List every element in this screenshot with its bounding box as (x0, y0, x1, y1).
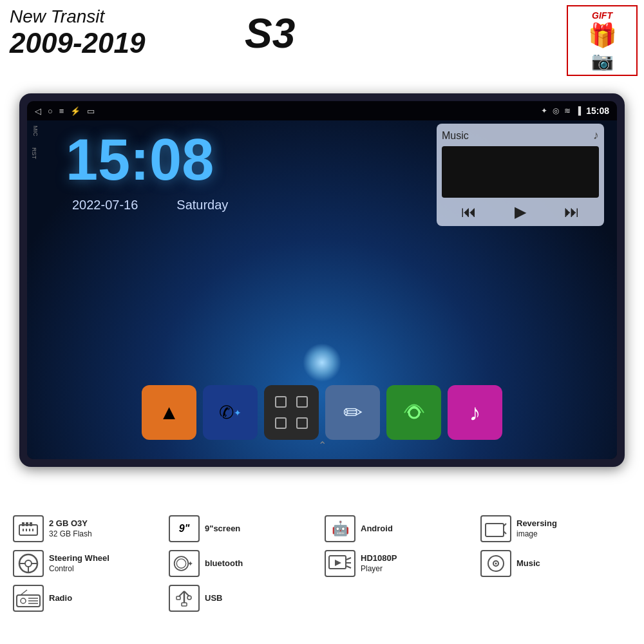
app-grid: ▲ ✆✦ ✏ ♪ (40, 385, 604, 440)
feature-steering: Steering Wheel Control (13, 550, 164, 577)
music-widget: Music ♪ ⏮ ▶ ⏭ (437, 124, 604, 226)
status-time: 15:08 (586, 106, 609, 116)
svg-rect-4 (30, 522, 32, 526)
svg-line-22 (346, 558, 351, 560)
svg-text:✦: ✦ (187, 560, 193, 567)
feature-reversing: Reversing image (480, 515, 631, 542)
feature-bluetooth: ✦ bluetooth (169, 550, 319, 577)
music-note-icon: ♪ (593, 129, 599, 142)
android-text: Android (361, 524, 393, 535)
music-album-art (442, 146, 599, 198)
feature-android: 🤖 Android (325, 515, 475, 542)
screen-size-icon: 9" (169, 515, 200, 542)
bluetooth-icon: ✦ (541, 106, 547, 115)
usb-icon: ⚡ (70, 106, 80, 116)
svg-rect-2 (22, 522, 24, 526)
svg-point-13 (25, 560, 32, 567)
date-text: 2022-07-16 (72, 198, 138, 213)
svg-point-27 (495, 563, 497, 565)
hd-icon (325, 550, 355, 577)
back-icon[interactable]: ◁ (35, 106, 41, 116)
feature-screen-size: 9" 9"screen (169, 515, 319, 542)
radio-app-icon[interactable] (386, 385, 441, 440)
svg-rect-1 (19, 525, 37, 535)
bluetooth-feature-icon: ✦ (169, 550, 200, 577)
header: New Transit 2009-2019 S3 GIFT 🎁 📷 (0, 0, 644, 90)
feature-music: Music (480, 550, 631, 577)
screen-bezel: MIC RST ◁ ○ ≡ ⚡ ▭ ✦ ◎ ≋ ▐ 15:08 15:08 20 (27, 101, 617, 459)
svg-rect-3 (26, 522, 28, 526)
svg-rect-9 (486, 524, 504, 536)
svg-point-29 (21, 598, 26, 603)
svg-line-23 (346, 566, 351, 568)
camera-icon: 📷 (591, 50, 614, 71)
usb-feature-text: USB (205, 593, 222, 604)
svg-marker-21 (335, 560, 341, 566)
mic-label: MIC (32, 126, 39, 137)
music-app-icon[interactable]: ♪ (448, 385, 502, 440)
svg-rect-39 (182, 603, 187, 606)
status-bar-left: ◁ ○ ≡ ⚡ ▭ (35, 106, 95, 116)
features-grid: 2 GB O3Y 32 GB Flash 9" 9"screen 🤖 Andro… (13, 515, 631, 612)
car-model-year: 2009-2019 (10, 27, 634, 59)
hd-text: HD1080P Player (361, 553, 397, 574)
storage-text: 2 GB O3Y 32 GB Flash (49, 518, 92, 539)
gift-label: GIFT (592, 10, 612, 21)
music-feature-icon (480, 550, 511, 577)
steering-text: Steering Wheel Control (49, 553, 109, 574)
reversing-icon (480, 515, 511, 542)
feature-radio: Radio (13, 585, 164, 612)
android-icon: 🤖 (325, 515, 355, 542)
radio-feature-icon (13, 585, 44, 612)
device-unit: MIC RST ◁ ○ ≡ ⚡ ▭ ✦ ◎ ≋ ▐ 15:08 15:08 20 (19, 93, 625, 467)
music-widget-header: Music ♪ (442, 129, 599, 142)
music-controls: ⏮ ▶ ⏭ (442, 203, 599, 221)
clock-display: 15:08 (66, 127, 214, 193)
signal-icon: ▐ (576, 106, 582, 115)
storage-icon (13, 515, 44, 542)
status-bar-right: ✦ ◎ ≋ ▐ 15:08 (541, 106, 609, 116)
status-bar: ◁ ○ ≡ ⚡ ▭ ✦ ◎ ≋ ▐ 15:08 (27, 101, 617, 120)
svg-line-33 (21, 590, 27, 595)
settings-app-icon[interactable]: ✏ (325, 385, 380, 440)
day-text: Saturday (176, 198, 228, 213)
rst-label: RST (31, 147, 37, 159)
svg-rect-37 (176, 596, 180, 600)
feature-storage: 2 GB O3Y 32 GB Flash (13, 515, 164, 542)
music-feature-text: Music (516, 558, 540, 569)
gift-box: GIFT 🎁 📷 (567, 5, 638, 76)
car-model-name: New Transit (10, 6, 634, 27)
navigation-app-icon[interactable]: ▲ (142, 385, 196, 440)
reversing-text: Reversing image (516, 518, 557, 539)
feature-usb: USB (169, 585, 319, 612)
product-model: S3 (245, 10, 295, 57)
wifi-icon: ≋ (564, 106, 571, 115)
bluetooth-text: bluetooth (205, 558, 243, 569)
gift-icon: 🎁 (588, 22, 617, 49)
next-track-button[interactable]: ⏭ (564, 203, 580, 221)
home-icon[interactable]: ○ (48, 106, 53, 116)
screenshot-icon: ▭ (87, 106, 95, 116)
menu-icon[interactable]: ≡ (59, 106, 64, 116)
steering-icon (13, 550, 44, 577)
radio-feature-text: Radio (49, 593, 72, 604)
phone-app-icon[interactable]: ✆✦ (203, 385, 258, 440)
menu-app-icon[interactable] (264, 385, 319, 440)
features-section: 2 GB O3Y 32 GB Flash 9" 9"screen 🤖 Andro… (0, 506, 644, 644)
prev-track-button[interactable]: ⏮ (461, 203, 477, 221)
scroll-indicator: ⌃ (318, 439, 327, 451)
usb-feature-icon (169, 585, 200, 612)
screen-size-text: 9"screen (205, 524, 240, 535)
date-display: 2022-07-16 Saturday (72, 198, 228, 213)
music-widget-title: Music (442, 130, 469, 142)
svg-point-18 (176, 559, 185, 568)
feature-hd: HD1080P Player (325, 550, 475, 577)
location-icon: ◎ (553, 106, 559, 115)
play-button[interactable]: ▶ (515, 203, 526, 221)
